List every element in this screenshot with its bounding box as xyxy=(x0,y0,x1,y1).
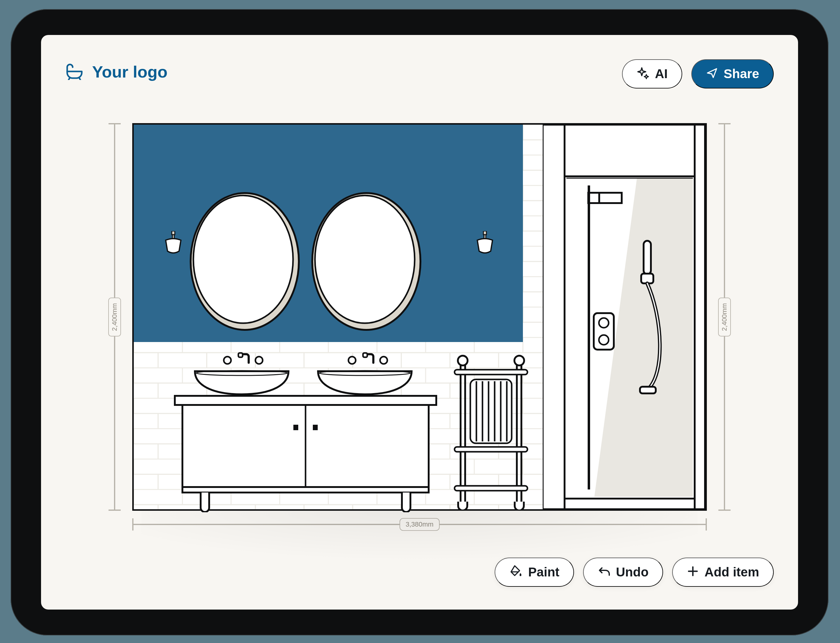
tablet-frame: Your logo AI xyxy=(11,9,829,635)
design-canvas[interactable]: 2,400mm 2,400mm 3,380mm xyxy=(123,123,716,527)
header: Your logo AI xyxy=(41,35,798,102)
vanity-unit[interactable] xyxy=(173,394,438,512)
svg-point-32 xyxy=(514,356,524,366)
svg-rect-5 xyxy=(172,231,175,235)
svg-rect-7 xyxy=(483,231,486,235)
svg-point-10 xyxy=(193,196,293,323)
wall-sconce-left[interactable] xyxy=(163,231,184,255)
dimension-left: 2,400mm xyxy=(109,123,121,511)
svg-point-14 xyxy=(224,357,231,364)
dimension-right-label: 2,400mm xyxy=(718,298,731,336)
sparkle-icon xyxy=(637,67,649,82)
ai-button[interactable]: AI xyxy=(622,59,682,88)
wall-sconce-right[interactable] xyxy=(474,231,496,255)
ai-label: AI xyxy=(655,67,668,80)
add-item-label: Add item xyxy=(705,566,759,579)
undo-button[interactable]: Undo xyxy=(583,558,663,587)
paint-bucket-icon xyxy=(509,565,523,580)
svg-point-54 xyxy=(599,318,608,328)
svg-point-17 xyxy=(348,357,356,364)
svg-rect-21 xyxy=(175,396,436,405)
svg-rect-33 xyxy=(455,370,527,375)
towel-radiator[interactable] xyxy=(449,349,533,511)
svg-rect-35 xyxy=(455,486,527,491)
svg-rect-34 xyxy=(455,447,527,452)
paint-label: Paint xyxy=(528,566,559,579)
paint-button[interactable]: Paint xyxy=(495,558,574,587)
basin-left[interactable] xyxy=(193,369,290,397)
tap-left[interactable] xyxy=(222,352,264,367)
toolbar: Paint Undo Add item xyxy=(495,558,774,587)
svg-rect-49 xyxy=(564,499,695,509)
svg-point-31 xyxy=(458,356,468,366)
svg-point-12 xyxy=(315,196,415,323)
svg-rect-16 xyxy=(363,353,367,357)
brand-logo[interactable]: Your logo xyxy=(65,62,168,81)
undo-label: Undo xyxy=(616,566,649,579)
app-screen: Your logo AI xyxy=(41,35,798,610)
svg-rect-13 xyxy=(238,353,243,357)
svg-rect-26 xyxy=(183,487,429,493)
dimension-left-label: 2,400mm xyxy=(108,298,121,336)
svg-rect-45 xyxy=(564,125,695,176)
svg-rect-58 xyxy=(640,387,656,393)
send-icon xyxy=(706,67,718,81)
add-item-button[interactable]: Add item xyxy=(672,558,774,587)
svg-rect-44 xyxy=(695,125,705,509)
tap-right[interactable] xyxy=(347,352,389,367)
svg-rect-43 xyxy=(543,125,564,509)
share-button[interactable]: Share xyxy=(692,59,774,88)
elevation-frame xyxy=(132,123,707,511)
svg-point-55 xyxy=(599,335,608,345)
share-label: Share xyxy=(724,67,759,80)
svg-point-18 xyxy=(380,357,387,364)
svg-rect-25 xyxy=(313,425,318,430)
dimension-right: 2,400mm xyxy=(718,123,731,511)
mirror-right[interactable] xyxy=(310,190,422,333)
undo-icon xyxy=(598,565,610,580)
floor-shadow xyxy=(141,509,698,561)
mirror-left[interactable] xyxy=(189,190,301,333)
plus-icon xyxy=(687,565,699,579)
shower-enclosure[interactable] xyxy=(543,125,707,509)
basin-right[interactable] xyxy=(316,369,413,397)
logo-text: Your logo xyxy=(92,62,168,81)
svg-rect-24 xyxy=(294,425,298,430)
header-actions: AI Share xyxy=(622,59,774,88)
svg-rect-56 xyxy=(644,241,651,274)
svg-point-15 xyxy=(255,357,263,364)
bathtub-icon xyxy=(65,64,83,80)
